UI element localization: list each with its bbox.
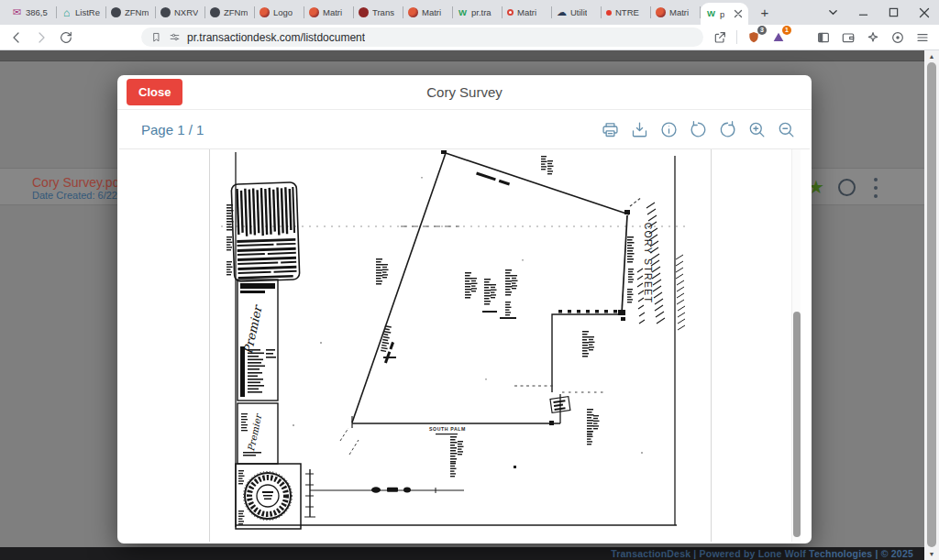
browser-tab[interactable]: 386,5 bbox=[7, 0, 57, 25]
survey-note-marks bbox=[376, 156, 600, 477]
browser-tab[interactable]: ZFNm bbox=[205, 0, 255, 25]
back-icon[interactable] bbox=[8, 29, 25, 46]
tab-label: Utilit bbox=[570, 7, 587, 17]
tab-label: Matri bbox=[517, 7, 536, 17]
street-bearing-marks bbox=[627, 236, 635, 302]
scroll-up-icon[interactable]: ▲ bbox=[929, 50, 935, 62]
browser-tab[interactable]: Matri bbox=[503, 0, 552, 25]
maximize-button[interactable] bbox=[878, 0, 909, 25]
tab-label: Matri bbox=[323, 7, 342, 17]
sparkle-icon[interactable] bbox=[865, 29, 881, 46]
scrollbar-thumb[interactable] bbox=[927, 62, 936, 547]
tab-label: NXRV bbox=[174, 7, 198, 17]
viewer-tool-icons bbox=[601, 120, 796, 139]
menu-icon[interactable] bbox=[914, 29, 931, 46]
kebab-menu-icon[interactable] bbox=[874, 178, 879, 198]
download-icon[interactable] bbox=[630, 120, 649, 139]
phoenix-icon bbox=[260, 7, 270, 17]
house-icon bbox=[61, 7, 72, 17]
document-name-link[interactable]: Cory Survey.pdf bbox=[32, 175, 117, 190]
tab-label: p bbox=[720, 9, 724, 19]
application-window: 386,5 ListRe ZFNm NXRV ZFNm Logo Matri T… bbox=[0, 0, 939, 560]
minimize-button[interactable] bbox=[848, 0, 878, 25]
browser-tab[interactable]: Matri bbox=[304, 0, 354, 25]
target-icon bbox=[507, 9, 514, 16]
swoosh-icon bbox=[359, 7, 369, 17]
info-icon[interactable] bbox=[659, 120, 679, 139]
extension-badge: 1 bbox=[782, 26, 791, 35]
rotate-cw-icon[interactable] bbox=[718, 120, 737, 139]
wallet-icon[interactable] bbox=[840, 29, 856, 46]
privacy-badge-icon[interactable] bbox=[889, 29, 906, 46]
viewer-toolbar: Page 1 / 1 bbox=[117, 110, 812, 148]
scale-bar bbox=[304, 469, 464, 517]
zoom-out-icon[interactable] bbox=[777, 120, 796, 139]
bookmark-icon[interactable] bbox=[150, 31, 162, 43]
close-window-button[interactable] bbox=[909, 0, 939, 25]
triangle-extension-icon[interactable]: 1 bbox=[770, 29, 787, 46]
print-icon[interactable] bbox=[601, 120, 620, 139]
new-tab-button[interactable]: + bbox=[757, 5, 773, 20]
tab-label: pr.tra bbox=[471, 7, 492, 17]
legend-box bbox=[231, 182, 300, 281]
cory-street-label: CORY STREET bbox=[643, 223, 654, 304]
page-scrollbar[interactable]: ▲ ▼ bbox=[924, 50, 939, 560]
background-app-header bbox=[0, 50, 924, 61]
browser-tab-strip: 386,5 ListRe ZFNm NXRV ZFNm Logo Matri T… bbox=[0, 0, 939, 25]
divider bbox=[736, 30, 737, 44]
document-viewer-modal: Close Cory Survey Page 1 / 1 bbox=[117, 75, 812, 544]
document-page: CORY STREET bbox=[209, 149, 712, 542]
tune-icon[interactable] bbox=[169, 31, 181, 43]
url-text[interactable]: pr.transactiondesk.com/listdocument bbox=[187, 31, 365, 44]
footer-text: TransactionDesk | Powered by Lone Wolf T… bbox=[611, 548, 913, 559]
viewer-scrollbar[interactable] bbox=[791, 149, 801, 542]
browser-tab[interactable]: Trans bbox=[354, 0, 403, 25]
forward-icon[interactable] bbox=[33, 29, 50, 46]
wolf-icon bbox=[706, 9, 716, 19]
reload-icon[interactable] bbox=[58, 29, 74, 46]
browser-tab[interactable]: ZFNm bbox=[106, 0, 156, 25]
browser-tab[interactable]: NTRE bbox=[602, 0, 651, 25]
wolf-icon bbox=[458, 7, 468, 17]
tab-label: Trans bbox=[372, 7, 394, 17]
browser-tab[interactable]: Logo bbox=[255, 0, 304, 25]
close-tab-icon[interactable] bbox=[734, 9, 743, 18]
tab-label: Matri bbox=[669, 7, 689, 17]
premier-logo-box: Premier bbox=[238, 280, 278, 401]
tab-label: NTRE bbox=[615, 7, 639, 17]
modal-title: Cory Survey bbox=[117, 84, 812, 100]
select-circle[interactable] bbox=[838, 179, 856, 196]
side-panel-icon[interactable] bbox=[815, 29, 832, 46]
scroll-down-icon[interactable]: ▼ bbox=[929, 548, 935, 560]
cloud-icon bbox=[557, 7, 567, 17]
premier-logo-box-small: Premier bbox=[238, 403, 278, 464]
phoenix-icon bbox=[656, 7, 666, 17]
tab-label: Logo bbox=[273, 7, 293, 17]
south-palm-label: SOUTH PALM bbox=[429, 426, 466, 432]
tab-search-chevron-icon[interactable] bbox=[818, 0, 848, 25]
share-icon[interactable] bbox=[712, 29, 728, 46]
browser-tab[interactable]: Matri bbox=[403, 0, 453, 25]
rotate-ccw-icon[interactable] bbox=[689, 120, 708, 139]
browser-navbar: pr.transactiondesk.com/listdocument 3 1 bbox=[0, 25, 939, 50]
browser-tab[interactable]: ListRe bbox=[57, 0, 106, 25]
close-button[interactable]: Close bbox=[127, 79, 182, 105]
browser-tab[interactable]: pr.tra bbox=[453, 0, 503, 25]
browser-tab[interactable]: Matri bbox=[651, 0, 701, 25]
target-icon bbox=[606, 10, 612, 16]
browser-tab[interactable]: NXRV bbox=[156, 0, 205, 25]
active-browser-tab[interactable]: p bbox=[701, 3, 748, 25]
viewer-content: CORY STREET bbox=[119, 148, 810, 542]
zoom-in-icon[interactable] bbox=[747, 120, 767, 139]
survey-drawing: CORY STREET bbox=[210, 149, 713, 542]
viewer-scrollbar-thumb[interactable] bbox=[793, 312, 801, 537]
mail-icon bbox=[12, 7, 22, 17]
address-bar[interactable]: pr.transactiondesk.com/listdocument bbox=[141, 27, 703, 47]
shield-extension-icon[interactable]: 3 bbox=[746, 29, 762, 46]
tab-label: ZFNm bbox=[224, 7, 248, 17]
right-border-hatching bbox=[676, 255, 685, 330]
browser-tab[interactable]: Utilit bbox=[552, 0, 602, 25]
premier-script-label: Premier bbox=[246, 412, 264, 452]
page-indicator: Page 1 / 1 bbox=[141, 122, 204, 137]
tab-label: ListRe bbox=[75, 7, 100, 17]
